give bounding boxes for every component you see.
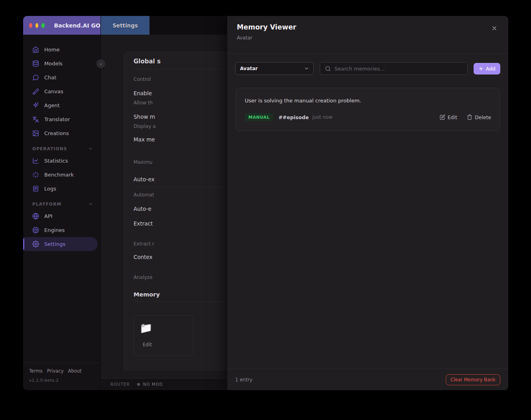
sidebar-nav: Home Models Chat Canvas Agent Translator <box>23 35 100 251</box>
folder-icon: 📁 <box>140 323 152 333</box>
sidebar-item-statistics[interactable]: Statistics <box>23 154 100 168</box>
chat-icon <box>32 74 39 81</box>
search-input[interactable] <box>334 66 462 72</box>
globe-icon <box>32 213 39 220</box>
sidebar-item-label: Logs <box>44 186 56 192</box>
search-box <box>320 62 468 75</box>
plus-icon <box>478 66 484 71</box>
modal-footer: 1 entry Clear Memory Bank <box>227 369 508 390</box>
delete-memory-button[interactable]: Delete <box>467 114 491 120</box>
sidebar-item-canvas[interactable]: Canvas <box>23 84 100 98</box>
sidebar-item-label: API <box>44 213 53 219</box>
sidebar: Backend.AI GO Home Models Chat Canvas Ag… <box>23 16 101 390</box>
home-icon <box>32 46 39 53</box>
sparkles-icon <box>32 102 39 109</box>
sidebar-footer: Terms Privacy About v1.2.0-beta.2 <box>23 363 100 390</box>
sidebar-item-label: Benchmark <box>44 172 74 178</box>
window-close-button[interactable] <box>29 23 32 28</box>
edit-memory-button[interactable]: Edit <box>440 114 457 120</box>
memory-type-select[interactable]: Avatar <box>235 62 314 75</box>
sidebar-item-agent[interactable]: Agent <box>23 98 100 112</box>
sidebar-item-benchmark[interactable]: Benchmark <box>23 168 100 182</box>
app-title: Backend.AI GO <box>54 22 100 29</box>
settings-page: Settings ‹ Global s Control Enable Allow… <box>101 16 508 390</box>
sidebar-item-label: Creations <box>44 130 69 136</box>
sidebar-section-operations[interactable]: OPERATIONS <box>23 146 100 151</box>
document-icon <box>32 185 39 192</box>
loader-icon <box>32 171 39 178</box>
section-label: PLATFORM <box>32 202 61 206</box>
modal-title: Memory Viewer <box>237 23 499 31</box>
sidebar-item-label: Models <box>44 61 63 67</box>
chevron-down-icon <box>88 146 93 151</box>
search-icon <box>325 66 331 72</box>
sidebar-item-home[interactable]: Home <box>23 43 100 57</box>
add-memory-button[interactable]: Add <box>474 63 500 75</box>
cpu-icon <box>32 227 39 234</box>
sidebar-item-label: Settings <box>44 241 65 247</box>
memory-tag: ##episode <box>278 114 309 120</box>
entry-count: 1 entry <box>235 377 252 383</box>
router-status-label: ROUTER <box>110 382 130 387</box>
terms-link[interactable]: Terms <box>29 368 43 374</box>
memory-list: User is solving the manual creation prob… <box>227 75 508 369</box>
close-icon[interactable] <box>489 23 500 33</box>
chevron-down-icon <box>88 201 93 207</box>
sidebar-item-settings[interactable]: Settings <box>23 237 98 251</box>
sidebar-item-label: Home <box>44 47 59 53</box>
clear-memory-bank-button[interactable]: Clear Memory Bank <box>446 374 500 385</box>
add-button-label: Add <box>486 66 496 72</box>
sidebar-item-models[interactable]: Models <box>23 57 100 71</box>
window-maximize-button[interactable] <box>41 23 45 28</box>
image-icon <box>32 130 39 137</box>
sidebar-item-label: Engines <box>44 227 65 233</box>
memory-timestamp: just now <box>313 114 332 120</box>
sidebar-item-label: Canvas <box>44 88 63 94</box>
modal-subtitle: Avatar <box>237 35 499 41</box>
memory-bank-card-label: Edit <box>140 342 152 347</box>
edit-button-label: Edit <box>448 114 457 120</box>
delete-button-label: Delete <box>475 114 491 120</box>
sidebar-section-platform[interactable]: PLATFORM <box>23 201 100 207</box>
chevron-down-icon <box>304 66 309 71</box>
paintbrush-icon <box>32 88 39 95</box>
chart-icon <box>32 157 39 164</box>
app-version: v1.2.0-beta.2 <box>29 378 94 383</box>
tab-settings[interactable]: Settings <box>101 16 149 35</box>
sidebar-item-label: Statistics <box>44 158 68 164</box>
memory-viewer-modal: Memory Viewer Avatar Avatar Add <box>227 16 508 390</box>
status-dot-icon <box>137 383 140 386</box>
sidebar-item-chat[interactable]: Chat <box>23 71 100 84</box>
sidebar-item-api[interactable]: API <box>23 209 100 223</box>
sidebar-collapse-button[interactable]: ‹ <box>96 59 105 68</box>
memory-bank-card[interactable]: 📁 Edit <box>134 315 193 356</box>
privacy-link[interactable]: Privacy <box>47 368 64 374</box>
memory-entry-card: User is solving the manual creation prob… <box>236 88 500 131</box>
titlebar: Backend.AI GO <box>23 16 100 35</box>
languages-icon <box>32 116 39 123</box>
select-value: Avatar <box>240 66 258 71</box>
trash-icon <box>467 114 472 120</box>
memory-source-badge: MANUAL <box>245 113 273 121</box>
edit-icon <box>440 114 445 120</box>
window-minimize-button[interactable] <box>35 23 39 28</box>
memory-actions: Edit Delete <box>440 114 491 120</box>
sidebar-item-creations[interactable]: Creations <box>23 126 100 140</box>
modal-header: Memory Viewer Avatar <box>227 16 508 54</box>
memory-meta-row: MANUAL ##episode just now Edit Delete <box>245 113 491 121</box>
sidebar-item-engines[interactable]: Engines <box>23 223 100 237</box>
modal-toolbar: Avatar Add <box>227 54 508 75</box>
section-label: OPERATIONS <box>32 146 67 151</box>
sidebar-item-translator[interactable]: Translator <box>23 112 100 126</box>
gear-icon <box>32 241 39 247</box>
about-link[interactable]: About <box>68 368 82 374</box>
sidebar-item-logs[interactable]: Logs <box>23 182 100 196</box>
database-icon <box>32 60 39 67</box>
app-window: Backend.AI GO Home Models Chat Canvas Ag… <box>23 16 508 390</box>
sidebar-item-label: Chat <box>44 75 56 80</box>
sidebar-item-label: Agent <box>44 102 59 108</box>
memory-text: User is solving the manual creation prob… <box>245 98 491 104</box>
mode-status-label: NO MOD <box>143 382 163 387</box>
sidebar-item-label: Translator <box>44 116 70 122</box>
